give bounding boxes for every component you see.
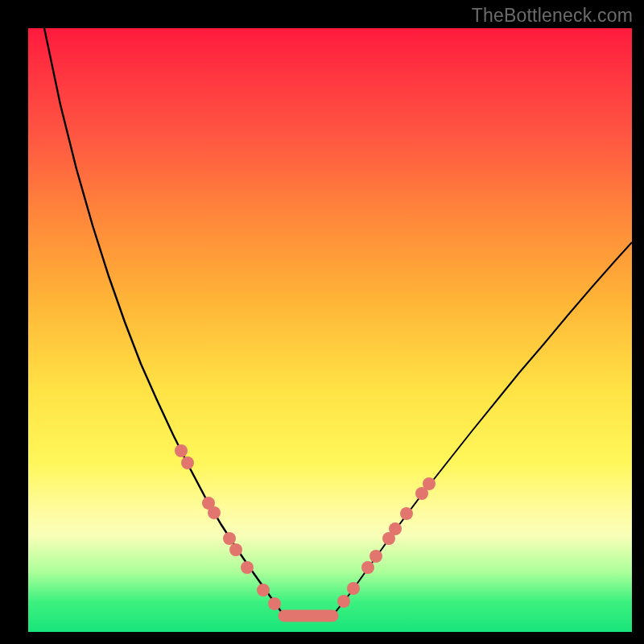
- data-marker: [241, 561, 254, 574]
- markers-right-group: [337, 477, 436, 608]
- data-marker: [400, 507, 413, 520]
- data-marker: [175, 444, 188, 457]
- data-marker: [229, 543, 242, 556]
- curve-svg: [28, 28, 632, 632]
- watermark-text: TheBottleneck.com: [472, 5, 633, 27]
- data-marker: [268, 597, 281, 610]
- data-marker: [337, 595, 350, 608]
- data-marker: [423, 477, 436, 490]
- data-marker: [208, 506, 221, 519]
- data-marker: [257, 584, 270, 597]
- data-marker: [369, 550, 382, 563]
- data-marker: [223, 532, 236, 545]
- curve-left-branch: [44, 28, 284, 616]
- plot-area: [28, 28, 632, 632]
- outer-frame: TheBottleneck.com: [0, 0, 644, 644]
- data-marker: [347, 582, 360, 595]
- data-marker: [361, 561, 374, 574]
- data-marker: [181, 456, 194, 469]
- data-marker: [389, 522, 402, 535]
